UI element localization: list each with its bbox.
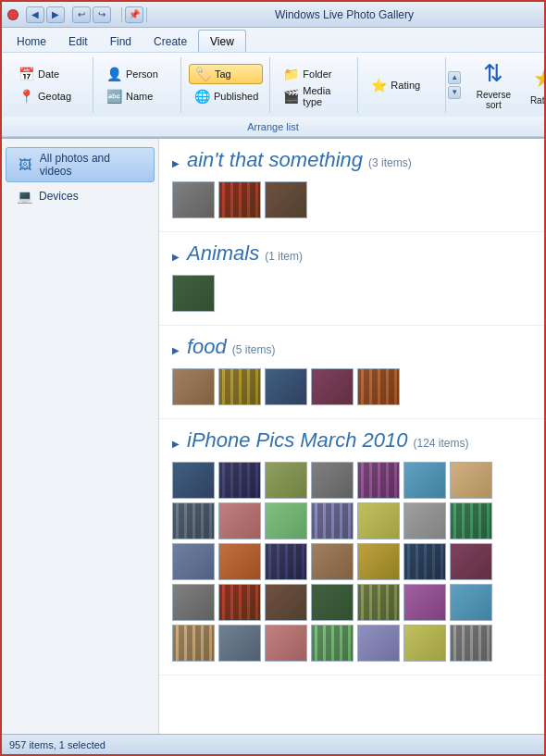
close-button[interactable] xyxy=(7,9,19,20)
photo-thumb[interactable] xyxy=(218,543,261,580)
photo-thumb[interactable] xyxy=(311,502,354,539)
back-button[interactable]: ◀ xyxy=(26,6,44,23)
tab-create[interactable]: Create xyxy=(143,30,198,52)
photo-thumb[interactable] xyxy=(218,625,261,662)
photo-thumb[interactable] xyxy=(218,181,261,218)
photo-thumb[interactable] xyxy=(172,275,215,312)
photo-thumb[interactable] xyxy=(450,584,492,621)
photo-thumb[interactable] xyxy=(403,543,446,580)
published-button[interactable]: 🌐 Published xyxy=(189,86,264,106)
folder-icon: 📁 xyxy=(283,67,299,81)
scroll-down-button[interactable]: ▼ xyxy=(448,86,461,99)
photo-thumb[interactable] xyxy=(265,502,307,539)
date-button[interactable]: 📅 Date xyxy=(13,64,87,84)
group-header-3[interactable]: ▶iPhone Pics March 2010(124 items) xyxy=(172,428,531,452)
film-strip-overlay xyxy=(173,503,214,539)
group-header-2[interactable]: ▶food(5 items) xyxy=(172,335,531,359)
person-label: Person xyxy=(126,68,158,80)
folder-button[interactable]: 📁 Folder xyxy=(278,64,352,84)
nav-controls[interactable] xyxy=(7,9,19,20)
forward-button[interactable]: ▶ xyxy=(46,6,65,23)
photo-thumb[interactable] xyxy=(311,584,354,621)
photo-thumb[interactable] xyxy=(265,584,307,621)
photo-thumb[interactable] xyxy=(357,584,400,621)
group-header-1[interactable]: ▶Animals(1 item) xyxy=(172,242,531,266)
tag-button[interactable]: 🏷️ Tag xyxy=(189,64,263,84)
redo-button[interactable]: ↪ xyxy=(93,6,111,23)
film-strip-overlay xyxy=(358,463,399,498)
group-title-0: ain't that something xyxy=(187,148,363,172)
ribbon-scroll[interactable]: ▲ ▼ xyxy=(448,68,461,103)
photo-thumb[interactable] xyxy=(357,462,400,499)
photo-thumb[interactable] xyxy=(265,181,307,218)
tab-home[interactable]: Home xyxy=(6,30,57,52)
photo-thumb[interactable] xyxy=(172,584,215,621)
photo-thumb[interactable] xyxy=(357,543,400,580)
group-header-0[interactable]: ▶ain't that something(3 items) xyxy=(172,148,531,172)
photo-thumb[interactable] xyxy=(172,543,215,580)
photo-thumb[interactable] xyxy=(450,462,492,499)
film-strip-overlay xyxy=(451,626,491,661)
photo-thumb[interactable] xyxy=(218,368,261,405)
geotag-button[interactable]: 📍 Geotag xyxy=(13,86,87,106)
photo-thumb[interactable] xyxy=(450,543,492,580)
ribbon-group-folder: 📁 Folder 🎬 Media type xyxy=(272,57,358,113)
photo-thumb[interactable] xyxy=(311,625,354,662)
photo-thumb[interactable] xyxy=(357,368,400,405)
photo-thumb[interactable] xyxy=(218,462,261,499)
photo-thumb[interactable] xyxy=(403,502,446,539)
geotag-label: Geotag xyxy=(38,91,71,102)
mediatype-icon: 🎬 xyxy=(283,89,299,104)
scroll-up-button[interactable]: ▲ xyxy=(448,71,461,84)
photo-thumb[interactable] xyxy=(265,462,307,499)
sidebar-item-devices[interactable]: 💻 Devices xyxy=(6,183,155,209)
photo-thumb[interactable] xyxy=(265,625,307,662)
film-strip-overlay xyxy=(266,544,306,579)
sidebar-item-devices-label: Devices xyxy=(39,190,79,203)
photo-thumb[interactable] xyxy=(172,462,215,499)
photo-thumb[interactable] xyxy=(265,543,307,580)
photo-thumb[interactable] xyxy=(450,625,492,662)
undo-button[interactable]: ↩ xyxy=(72,6,91,23)
reverse-sort-button[interactable]: ⇅ Reversesort xyxy=(470,61,516,109)
photo-thumb[interactable] xyxy=(218,502,261,539)
photo-thumb[interactable] xyxy=(450,502,492,539)
name-icon: 🔤 xyxy=(106,89,122,104)
divider-1 xyxy=(121,7,122,22)
photo-thumb[interactable] xyxy=(403,462,446,499)
window-nav[interactable]: ◀ ▶ xyxy=(26,6,65,23)
history-nav[interactable]: ↩ ↪ xyxy=(72,6,111,23)
tag-label: Tag xyxy=(215,68,231,80)
photo-thumb[interactable] xyxy=(172,181,215,218)
photo-thumb[interactable] xyxy=(403,584,446,621)
photo-thumb[interactable] xyxy=(172,625,215,662)
photo-thumb[interactable] xyxy=(265,368,307,405)
rating-big-button[interactable]: ★ Rating xyxy=(520,61,546,109)
tab-find[interactable]: Find xyxy=(99,30,143,52)
tab-view[interactable]: View xyxy=(198,30,246,52)
group-count-3: (124 items) xyxy=(413,437,468,450)
devices-icon: 💻 xyxy=(15,187,33,205)
person-button[interactable]: 👤 Person xyxy=(101,64,175,84)
photo-thumb[interactable] xyxy=(311,543,354,580)
photo-thumb[interactable] xyxy=(357,502,400,539)
pin-button[interactable]: 📌 xyxy=(125,6,143,23)
date-label: Date xyxy=(38,68,59,80)
content-area[interactable]: ▶ain't that something(3 items)▶Animals(1… xyxy=(159,139,544,734)
ribbon-group-date: 📅 Date 📍 Geotag xyxy=(7,57,93,113)
name-button[interactable]: 🔤 Name xyxy=(101,86,175,106)
ribbon-large-group: ⇅ Reversesort ★ Rating ⬜ Captic xyxy=(463,57,546,113)
photo-thumb[interactable] xyxy=(311,368,354,405)
photo-grid-3 xyxy=(172,462,531,662)
mediatype-button[interactable]: 🎬 Media type xyxy=(278,86,352,106)
tab-edit[interactable]: Edit xyxy=(57,30,99,52)
photo-thumb[interactable] xyxy=(357,625,400,662)
photo-thumb[interactable] xyxy=(311,462,354,499)
photo-thumb[interactable] xyxy=(172,502,215,539)
rating-arrange-button[interactable]: ⭐ Rating xyxy=(366,75,440,95)
photo-thumb[interactable] xyxy=(172,368,215,405)
photo-thumb[interactable] xyxy=(218,584,261,621)
sidebar-item-all-photos[interactable]: 🖼 All photos and videos xyxy=(6,147,155,182)
photo-thumb[interactable] xyxy=(403,625,446,662)
main-area: 🖼 All photos and videos 💻 Devices ▶ain't… xyxy=(2,139,544,734)
